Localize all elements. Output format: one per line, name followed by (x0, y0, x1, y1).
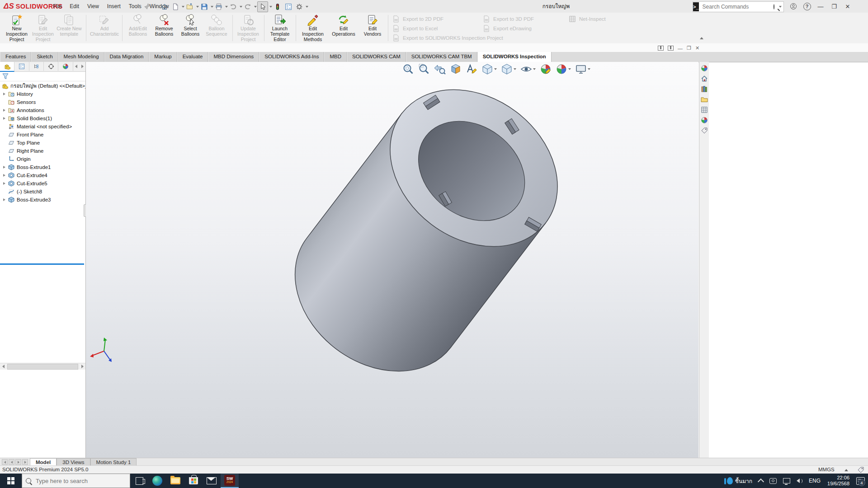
tab-3d-views[interactable]: 3D Views (57, 458, 90, 466)
pane-split-right-icon[interactable] (668, 46, 674, 51)
open-document-button[interactable] (185, 2, 195, 12)
appearances-scenes-icon[interactable] (701, 117, 708, 124)
tab-model[interactable]: Model (30, 458, 57, 466)
expand-arrow[interactable] (3, 182, 5, 185)
menu-edit[interactable]: Edit (66, 0, 83, 13)
print-caret[interactable] (225, 6, 228, 8)
close-button[interactable]: ✕ (841, 1, 854, 12)
tree-item-front-plane[interactable]: Front Plane (0, 131, 85, 139)
options-gear-button[interactable] (294, 2, 304, 12)
tab-solidworks-cam-tbm[interactable]: SOLIDWORKS CAM TBM (406, 52, 477, 62)
menu-file[interactable]: File (49, 0, 66, 13)
search-icon[interactable] (774, 4, 774, 9)
displaymanager-tab[interactable] (58, 62, 73, 71)
tree-root-label[interactable]: กรอบใหญ่พ (Default) <<Default>_Displ (10, 82, 85, 90)
network-icon[interactable] (780, 474, 793, 488)
zoom-to-fit-icon[interactable] (402, 63, 414, 75)
mail-app-icon[interactable] (203, 474, 221, 488)
microsoft-store-icon[interactable] (184, 474, 203, 488)
save-button[interactable] (199, 2, 209, 12)
tree-item-boss-extrude1[interactable]: Boss-Extrude1 (0, 163, 85, 171)
zoom-to-area-icon[interactable] (418, 63, 430, 75)
first-tab-button[interactable] (2, 459, 8, 465)
export-edrawing-button[interactable]: Export eDrawing (483, 25, 532, 32)
view-settings-icon[interactable] (575, 63, 590, 75)
tab-mbd[interactable]: MBD (324, 52, 347, 62)
create-new-template-button[interactable]: Create New template (56, 14, 82, 42)
meet-now-icon[interactable] (766, 474, 780, 488)
new-inspection-project-button[interactable]: New Inspection Project (4, 14, 30, 42)
doc-close-icon[interactable]: ✕ (695, 45, 699, 51)
restore-button[interactable]: ❐ (827, 1, 841, 12)
tab-mbd-dimensions[interactable]: MBD Dimensions (208, 52, 259, 62)
scroll-right-button[interactable] (79, 364, 85, 370)
search-caret[interactable] (779, 6, 782, 8)
annotation-views-icon[interactable] (466, 63, 477, 75)
section-view-icon[interactable] (450, 63, 462, 75)
language-indicator[interactable]: ENG (806, 474, 824, 488)
dimxpertmanager-tab[interactable] (44, 62, 58, 71)
start-button[interactable] (0, 474, 22, 488)
menu-insert[interactable]: Insert (103, 0, 125, 13)
edit-operations-button[interactable]: Edit Operations (329, 14, 358, 42)
file-explorer-icon[interactable] (166, 474, 184, 488)
tree-item-top-plane[interactable]: Top Plane (0, 139, 85, 147)
tree-item-history[interactable]: History (0, 90, 85, 98)
scroll-left-button[interactable] (0, 364, 6, 370)
export-to-3d-pdf-button[interactable]: Export to 3D PDF (483, 15, 534, 23)
weather-widget[interactable]: ชื้นมาก (721, 474, 755, 488)
edit-inspection-methods-button[interactable]: Edit Inspection Methods (298, 14, 327, 42)
tab-evaluate[interactable]: Evaluate (177, 52, 208, 62)
help-icon[interactable]: ? (800, 1, 814, 12)
menu-tools[interactable]: Tools (125, 0, 146, 13)
search-terminal-icon[interactable]: >_ (693, 2, 699, 11)
command-search-box[interactable]: >_ (693, 1, 784, 12)
options-caret[interactable] (306, 6, 308, 8)
select-caret[interactable] (269, 6, 272, 8)
tree-item-boss-extrude3[interactable]: Boss-Extrude3 (0, 196, 85, 204)
expand-arrow[interactable] (3, 198, 5, 201)
select-arrow-button[interactable] (257, 1, 268, 12)
tab-markup[interactable]: Markup (149, 52, 177, 62)
tab-solidworks-add-ins[interactable]: SOLIDWORKS Add-Ins (259, 52, 324, 62)
minimize-button[interactable]: — (814, 1, 827, 12)
edit-appearance-icon[interactable] (540, 63, 552, 75)
tree-item-sensors[interactable]: Sensors (0, 98, 85, 106)
graphics-viewport[interactable] (86, 62, 698, 458)
edit-vendors-button[interactable]: Edit Vendors (360, 14, 385, 42)
panel-tabs-scroll-right[interactable] (79, 62, 85, 71)
performance-traffic-light-icon[interactable] (273, 2, 283, 12)
expand-arrow[interactable] (3, 117, 5, 120)
expand-arrow[interactable] (3, 166, 5, 169)
remove-balloons-button[interactable]: Remove Balloons (151, 14, 177, 42)
apply-scene-icon[interactable] (556, 63, 571, 75)
featuremanager-tree-tab[interactable] (0, 62, 14, 72)
tree-item-annotations[interactable]: Annotations (0, 106, 85, 114)
tab-solidworks-inspection[interactable]: SOLIDWORKS Inspection (477, 52, 552, 62)
units-caret[interactable] (844, 469, 848, 471)
net-inspect-button[interactable]: Net-Inspect (569, 15, 606, 23)
task-pane-list-icon[interactable] (283, 2, 293, 12)
tab-sketch[interactable]: Sketch (31, 52, 58, 62)
home-icon[interactable] (701, 75, 708, 82)
edge-browser-icon[interactable] (148, 474, 166, 488)
previous-view-icon[interactable] (434, 63, 446, 75)
tree-filter-bar[interactable] (0, 71, 85, 81)
add-characteristic-button[interactable]: Add Characteristic (90, 14, 119, 42)
propertymanager-tab[interactable] (14, 62, 29, 71)
export-to-excel-button[interactable]: Export to Excel (392, 25, 438, 32)
print-button[interactable] (214, 2, 224, 12)
ribbon-collapse-chevron[interactable] (700, 37, 703, 39)
tree-item-sketch8[interactable]: (-) Sketch8 (0, 188, 85, 196)
filter-funnel-icon[interactable] (2, 73, 9, 80)
tray-expand-chevron[interactable] (755, 474, 766, 488)
tab-motion-study-1[interactable]: Motion Study 1 (90, 458, 137, 466)
solidworks-app-icon[interactable]: SW 2024 (221, 474, 239, 488)
doc-restore-icon[interactable]: ❐ (687, 45, 691, 51)
units-indicator[interactable]: MMGS (818, 467, 835, 472)
view-palette-icon[interactable] (701, 106, 708, 113)
home-button[interactable] (160, 2, 170, 12)
expand-arrow[interactable] (3, 174, 5, 177)
pane-split-left-icon[interactable] (658, 46, 664, 51)
balloon-sequence-button[interactable]: Balloon Sequence (203, 14, 230, 42)
